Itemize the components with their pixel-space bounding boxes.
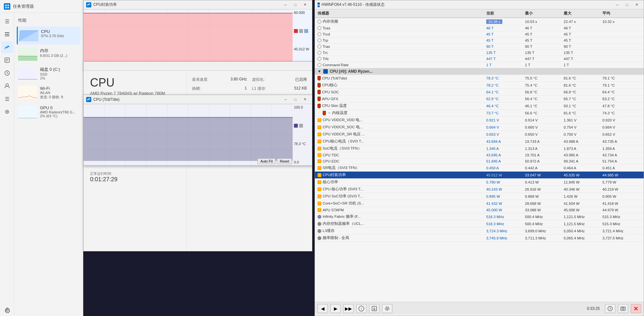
hwinfo-export-btn[interactable] [369, 304, 379, 313]
tm-processes-icon[interactable] [1, 28, 13, 40]
cpu-tctl-maximize-btn[interactable]: □ [291, 96, 300, 103]
hwinfo-table-row[interactable]: CPU (Tctl/Tdie) 78.3 °C 75.5 °C 81.6 °C … [315, 75, 644, 82]
svg-rect-65 [84, 117, 293, 161]
tm-wifi-value: 发送: 0 接收: 8 [40, 95, 63, 100]
hwinfo-table-row[interactable]: L3缓存 3,724.3 MHz 3,699.0 MHz 5,050.4 MHz… [315, 227, 644, 235]
hwinfo-close-btn[interactable]: ✕ [632, 2, 641, 8]
tm-item-memory[interactable]: 内存 8.8/31.3 GB (2...) [17, 45, 80, 63]
cpu-tctl-titlebar: CPU (Tctl/Tdie) ─ □ ✕ [84, 95, 312, 104]
cpu-tctl-close-btn[interactable]: ✕ [300, 96, 309, 103]
hwinfo-table-row[interactable]: Trc 135 T 135 T 135 T [315, 50, 644, 56]
spec-l1-value: 512 KB [294, 86, 307, 91]
hwinfo-table-row[interactable]: Trfc 447 T 447 T 447 T [315, 56, 644, 62]
hwinfo-table-row[interactable]: ⚡ CPU TDC 43.695 A 19.701 A 43.985 A 43.… [315, 152, 644, 158]
tm-mem-value: 8.8/31.3 GB (2...) [40, 54, 67, 58]
hwinfo-title-icon: H [317, 3, 320, 7]
hwinfo-table-row[interactable]: ⚡ CPU VDDCR_VDD 电... 0.921 V 0.914 V 1.3… [315, 117, 644, 124]
hwinfo-table-row[interactable]: ⚡ APU STAPM 45.000 W 33.088 W 45.008 W 4… [315, 207, 644, 213]
hwinfo-header-max: 最大 [564, 11, 602, 16]
hwinfo-table-row[interactable]: CPU Skin 温度 46.4 °C 46.1 °C 50.1 °C 47.8… [315, 102, 644, 110]
hwinfo-clock-btn[interactable] [605, 304, 615, 313]
hwinfo-table-row[interactable]: Command Rate 1 T 1 T 1 T [315, 62, 644, 68]
hwinfo-table-row[interactable]: ⚡ 核心功率 5.780 W 0.413 W 11.845 W 5.779 W [315, 179, 644, 186]
hwinfo-table-row[interactable]: Tcas 46 T 46 T 46 T [315, 25, 644, 31]
spec-basespeed-label: 基准速度: [192, 77, 208, 82]
hwinfo-forward2-btn[interactable]: ▶▶ [343, 304, 354, 313]
hwinfo-footer: ◀ ▶ ▶▶ i 0:33:25 [315, 302, 644, 315]
spec-slot-label: 插槽: [192, 86, 201, 91]
hwinfo-header-sensor: 传感器 [317, 11, 486, 16]
tm-item-wifi[interactable]: Wi-Fi WLAN 发送: 0 接收: 8 [17, 83, 80, 102]
hwinfo-table-row[interactable]: 内存倍频 10.38 x 10.03 x 22.47 x 10.32 x [315, 18, 644, 25]
hwinfo-back-btn[interactable]: ◀ [317, 304, 328, 313]
hwinfo-table-row[interactable]: → 内核温度 73.7 °C 56.6 °C 81.6 °C 74.3 °C [315, 110, 644, 117]
tm-startup-icon[interactable] [1, 67, 13, 79]
cpu-tctl-window-controls: ─ □ ✕ [281, 96, 309, 103]
hwinfo-table-row[interactable]: APU GFX 62.9 °C 56.4 °C 65.7 °C 63.2 °C [315, 96, 644, 102]
hwinfo-table-row[interactable]: ▼ CPU [#0]: AMD Ryzen... [315, 68, 644, 75]
hwinfo-table-row[interactable]: CPU SOC 64.1 °C 56.8 °C 66.8 °C 64.4 °C [315, 89, 644, 96]
tm-gpu-name: GPU 0 [40, 105, 75, 110]
hwinfo-table-row[interactable]: ⚡ CPU核心电流（SVI3 T... 43.694 A 19.733 A 43… [315, 138, 644, 145]
svg-rect-23 [18, 105, 37, 118]
hwinfo-maximize-btn[interactable]: □ [622, 2, 631, 8]
hwinfo-table-row[interactable]: ⚡ SoC电流（SVI3 TFN） 1.345 A 1.313 A 1.873 … [315, 145, 644, 152]
hwinfo-table-row[interactable]: 内存控制器频率（UCL... 518.3 MHz 500.4 MHz 1,121… [315, 220, 644, 227]
tm-mem-mini-chart [18, 48, 37, 61]
tm-disk-value: 1% [40, 76, 60, 80]
tm-settings-icon[interactable] [1, 304, 13, 316]
svg-rect-4 [5, 32, 9, 33]
hwinfo-photo-btn[interactable] [618, 304, 628, 313]
hwinfo-table-header: 传感器 当前 最小 最大 平均 [315, 9, 644, 18]
hwinfo-settings-btn[interactable] [382, 304, 392, 313]
svg-rect-0 [5, 5, 7, 6]
hwinfo-table-row[interactable]: ⚡ CPU封装功率 45.012 W 33.047 W 45.035 W 44.… [315, 172, 644, 179]
cpu-tctl-top-label: 100.0 [294, 105, 311, 109]
hwinfo-table-row[interactable]: Tras 90 T 90 T 90 T [315, 44, 644, 50]
tm-disk-subname: SSD [40, 72, 60, 76]
hwinfo-titlebar: H HWiNFO64 v7.46-5110 - 传感器状态 ─ □ ✕ [315, 0, 644, 9]
tm-users-icon[interactable] [1, 80, 13, 92]
hwinfo-title-text: HWiNFO64 v7.46-5110 - 传感器状态 [322, 2, 613, 7]
hwinfo-table-row[interactable]: ⚡ CPU EDC 51.845 A 50.972 A 99.341 A 51.… [315, 158, 644, 164]
tm-menu-icon[interactable]: ☰ [1, 16, 13, 27]
cpu-tctl-minimize-btn[interactable]: ─ [281, 96, 290, 103]
hwinfo-table-row[interactable]: 频率限制 - 全局 3,745.9 MHz 3,711.3 MHz 5,065.… [315, 235, 644, 242]
tm-disk-name: 磁盘 0 (C:) [40, 67, 60, 72]
hwinfo-table-row[interactable]: ⚡ SR电流（SVI3 TFN） 0.450 A 0.442 A 0.464 A… [315, 164, 644, 172]
cpu-power-maximize-btn[interactable]: □ [291, 2, 300, 8]
hwinfo-table-row[interactable]: ⚡ Core+SoC+SR 功耗 (S... 41.432 W 28.668 W… [315, 200, 644, 207]
hwinfo-table-row[interactable]: ⚡ CPU 核心功率 (SVI3 T... 40.243 W 26.916 W … [315, 186, 644, 193]
hwinfo-table-row[interactable]: Trcd 45 T 45 T 45 T [315, 31, 644, 37]
tm-services-icon[interactable] [1, 106, 13, 118]
hwinfo-window: H HWiNFO64 v7.46-5110 - 传感器状态 ─ □ ✕ 传感器 … [315, 0, 644, 316]
tm-item-gpu[interactable]: GPU 0 AMD Radeon(TM) G... 2% (63 °C) [17, 103, 80, 121]
tm-item-disk[interactable]: 磁盘 0 (C:) SSD 1% [17, 64, 80, 83]
tm-gpu-value: 2% (63 °C) [40, 114, 75, 118]
hwinfo-table-row[interactable]: ⚡ CPU SoC功率 (SVI3 T... 0.895 W 0.868 W 1… [315, 193, 644, 200]
cpu-power-minimize-btn[interactable]: ─ [281, 2, 290, 8]
task-manager-header: 任务管理器 [0, 0, 83, 13]
hwinfo-exit-btn[interactable] [631, 304, 641, 313]
svg-rect-5 [5, 34, 9, 35]
tm-details-icon[interactable]: ☰ [1, 93, 13, 105]
hwinfo-table-row[interactable]: Infinity Fabric 频率 (F... 518.3 MHz 500.4… [315, 213, 644, 220]
hwinfo-minimize-btn[interactable]: ─ [613, 2, 622, 8]
cpu-tctl-title-text: CPU (Tctl/Tdie) [93, 97, 281, 102]
tm-sidebar: ☰ ☰ 性能 [0, 13, 83, 316]
hwinfo-table-row[interactable]: CPU核心 78.2 °C 75.4 °C 81.6 °C 79.1 °C [315, 82, 644, 89]
hwinfo-forward-btn[interactable]: ▶ [330, 304, 341, 313]
cpu-power-close-btn[interactable]: ✕ [300, 2, 309, 8]
svg-point-11 [6, 84, 8, 86]
tm-performance-icon[interactable] [1, 41, 13, 53]
cpu-tctl-reset-btn[interactable]: Reset [277, 158, 292, 164]
hwinfo-info-btn[interactable]: i [356, 304, 367, 313]
tm-apphistory-icon[interactable] [1, 54, 13, 66]
hwinfo-table-row[interactable]: Trp 45 T 45 T 45 T [315, 37, 644, 44]
hwinfo-table-row[interactable]: ⚡ CPU VDDCR_SOC 电... 0.664 V 0.660 V 0.7… [315, 124, 644, 131]
hwinfo-table-row[interactable]: ⚡ CPU VDDCR_SR 电压 ... 0.653 V 0.650 V 0.… [315, 131, 644, 138]
tm-item-cpu[interactable]: CPU 97% 3.70 GHz [17, 26, 80, 45]
cpu-power-title-text: CPU封装功率 [93, 2, 281, 7]
cpu-tctl-chart-area: 100.0 78.3 °C 0.0 Auto Fit Reset [84, 104, 312, 165]
cpu-tctl-autofit-btn[interactable]: Auto Fit [257, 158, 276, 164]
